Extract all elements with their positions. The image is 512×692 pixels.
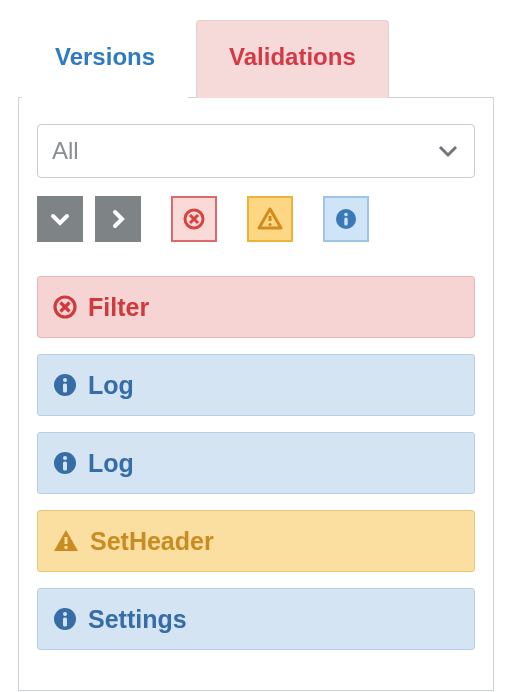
tab-versions[interactable]: Versions [22, 20, 188, 98]
warning-icon [52, 527, 80, 555]
validation-item-label: Settings [88, 605, 187, 634]
svg-point-14 [64, 546, 67, 549]
svg-rect-17 [63, 618, 67, 627]
filter-error-button[interactable] [171, 196, 217, 242]
svg-point-2 [268, 223, 271, 226]
validation-item-label: SetHeader [90, 527, 214, 556]
validations-panel: All [18, 97, 494, 691]
validation-item-settings[interactable]: Settings [37, 588, 475, 650]
validation-list: Filter Log Log [37, 276, 475, 650]
filter-selected-label: All [52, 137, 79, 165]
svg-point-11 [63, 456, 67, 460]
validation-item-log[interactable]: Log [37, 354, 475, 416]
error-icon [182, 207, 206, 231]
tab-bar: Versions Validations [0, 0, 512, 98]
error-icon [52, 294, 78, 320]
validation-item-log[interactable]: Log [37, 432, 475, 494]
validation-item-label: Filter [88, 293, 149, 322]
svg-point-4 [344, 213, 348, 217]
info-icon [52, 450, 78, 476]
info-icon [52, 372, 78, 398]
expand-all-button[interactable] [37, 196, 83, 242]
validation-item-label: Log [88, 371, 134, 400]
svg-rect-12 [63, 462, 67, 471]
filter-warning-button[interactable] [247, 196, 293, 242]
chevron-down-icon [49, 208, 71, 230]
filter-select[interactable]: All [37, 124, 475, 178]
info-icon [334, 207, 358, 231]
tab-validations[interactable]: Validations [196, 20, 389, 98]
svg-rect-9 [63, 384, 67, 393]
toolbar [37, 196, 475, 242]
validation-item-label: Log [88, 449, 134, 478]
chevron-right-icon [107, 208, 129, 230]
chevron-down-icon [438, 144, 458, 158]
warning-icon [257, 206, 283, 232]
validation-item-filter[interactable]: Filter [37, 276, 475, 338]
collapse-all-button[interactable] [95, 196, 141, 242]
info-icon [52, 606, 78, 632]
svg-point-8 [63, 378, 67, 382]
filter-info-button[interactable] [323, 196, 369, 242]
tab-label: Versions [55, 43, 155, 70]
validation-item-setheader[interactable]: SetHeader [37, 510, 475, 572]
svg-point-16 [63, 612, 67, 616]
tab-label: Validations [229, 43, 356, 70]
svg-rect-5 [344, 218, 347, 226]
